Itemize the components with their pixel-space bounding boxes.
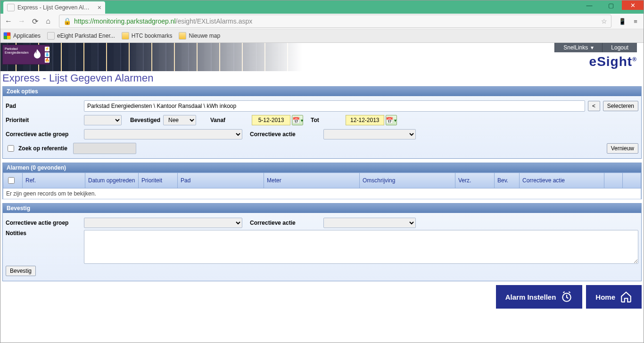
browser-tab[interactable]: Express - Lijst Gegeven Al… × [3, 1, 105, 14]
menu-label: Logout [611, 44, 628, 51]
col-verz[interactable]: Verz. [455, 173, 495, 188]
nav-back-icon[interactable]: ← [3, 16, 14, 26]
confirm-panel: Bevestig Correctieve actie groep Correct… [2, 203, 642, 281]
address-bar[interactable]: 🔒 https://monitoring.parkstadgroep.nl/es… [59, 15, 611, 28]
page-title: Express - Lijst Gegeven Alarmen [2, 72, 644, 84]
search-panel-header: Zoek opties [3, 87, 641, 96]
col-datum[interactable]: Datum opgetreden [85, 173, 139, 188]
bookmark-item[interactable]: HTC bookmarks [122, 32, 173, 40]
corr-group-select[interactable] [84, 129, 242, 139]
chrome-menu-icon[interactable]: ≡ [630, 16, 641, 26]
bookmark-star-icon[interactable]: ☆ [601, 17, 607, 25]
tab-close-icon[interactable]: × [98, 4, 101, 11]
corr-actie-label: Correctieve actie [250, 131, 321, 138]
empty-state: Er zijn geen records om te bekijken. [3, 188, 641, 199]
folder-icon [179, 32, 186, 40]
apps-label: Applicaties [13, 33, 41, 39]
apps-shortcut[interactable]: Applicaties [3, 32, 41, 40]
col-omschrijving[interactable]: Omschrijving [360, 173, 455, 188]
page-favicon [7, 4, 15, 11]
col-ref[interactable]: Ref. [23, 173, 85, 188]
prioriteit-label: Prioriteit [6, 117, 81, 123]
nav-home-icon[interactable]: ⌂ [43, 16, 53, 26]
url-host: https://monitoring.parkstadgroep.nl [74, 17, 176, 25]
nav-reload-icon[interactable]: ⟳ [30, 16, 40, 26]
col-bev[interactable]: Bev. [495, 173, 520, 188]
clock-icon [561, 291, 573, 303]
alarms-table: Ref. Datum opgetreden Prioriteit Pad Met… [3, 172, 641, 188]
bookmarks-bar: Applicaties eEight Parkstad Ener... HTC … [0, 29, 644, 43]
notities-textarea[interactable] [84, 230, 638, 264]
confirm-corr-group-select[interactable] [84, 218, 242, 228]
calendar-icon[interactable]: 📅 [386, 115, 397, 125]
page-content: Parkstad Energiediensten ⚡💧🔥 SnelLinks▾ … [0, 43, 644, 343]
confirm-corr-actie-select[interactable] [323, 218, 416, 228]
nav-forward-icon[interactable]: → [17, 16, 27, 26]
alarms-panel: Alarmen (0 gevonden) Ref. Datum opgetred… [2, 163, 642, 199]
calendar-icon[interactable]: 📅 [292, 115, 303, 125]
menu-label: SnelLinks [563, 44, 588, 51]
confirm-panel-header: Bevestig [3, 204, 641, 213]
button-label: Alarm Instellen [505, 293, 556, 301]
search-panel: Zoek opties Pad < Selecteren Prioriteit … [2, 86, 642, 159]
vanaf-label: Vanaf [210, 117, 225, 123]
site-logo[interactable]: Parkstad Energiediensten ⚡💧🔥 [2, 45, 50, 65]
pad-input[interactable] [84, 100, 585, 112]
alarms-panel-header: Alarmen (0 gevonden) [3, 163, 641, 172]
bevestig-button[interactable]: Bevestig [6, 266, 36, 276]
alarm-instellen-button[interactable]: Alarm Instellen [496, 285, 583, 309]
search-panel-body: Pad < Selecteren Prioriteit Bevestiged N… [3, 96, 641, 158]
col-action1 [604, 173, 623, 188]
pad-select-button[interactable]: Selecteren [603, 101, 638, 111]
zoek-ref-checkbox[interactable] [8, 145, 14, 152]
window-maximize-icon[interactable]: ▢ [600, 0, 622, 10]
tab-title: Express - Lijst Gegeven Al… [17, 4, 90, 11]
col-correctieve[interactable]: Correctieve actie [520, 173, 604, 188]
col-pad[interactable]: Pad [178, 173, 264, 188]
vernieuw-button[interactable]: Vernieuw [607, 143, 638, 154]
site-banner: Parkstad Energiediensten ⚡💧🔥 SnelLinks▾ … [0, 43, 644, 71]
bookmark-item[interactable]: Nieuwe map [179, 32, 220, 40]
brand-reg-icon: ® [632, 56, 637, 63]
select-all-column[interactable] [3, 173, 23, 188]
table-header-row: Ref. Datum opgetreden Prioriteit Pad Met… [3, 173, 641, 188]
bevestigd-select[interactable]: Nee [163, 115, 196, 125]
col-prioriteit[interactable]: Prioriteit [139, 173, 178, 188]
url-path: /esight/EXListAlarms.aspx [176, 17, 253, 25]
brand-name: eSight® [589, 54, 637, 69]
pad-label: Pad [6, 103, 81, 109]
select-all-checkbox[interactable] [8, 177, 15, 184]
chevron-down-icon: ▾ [591, 44, 594, 51]
folder-icon [122, 32, 129, 40]
footer-buttons: Alarm Instellen Home [2, 285, 642, 309]
apps-icon [3, 32, 11, 40]
window-close-icon[interactable]: ✕ [622, 0, 644, 10]
window: Express - Lijst Gegeven Al… × — ▢ ✕ ← → … [0, 0, 644, 343]
tot-label: Tot [311, 117, 319, 123]
corr-group-label: Correctieve actie groep [6, 131, 81, 138]
zoek-ref-label: Zoek op referentie [18, 145, 67, 152]
button-label: Home [595, 293, 615, 301]
corr-actie-select[interactable] [323, 129, 416, 139]
browser-tabstrip: Express - Lijst Gegeven Al… × — ▢ ✕ [0, 0, 644, 14]
logo-flame-icon [31, 45, 44, 64]
top-menu: SnelLinks▾ Logout [554, 43, 637, 52]
lock-icon: 🔒 [63, 17, 71, 25]
col-meter[interactable]: Meter [264, 173, 360, 188]
prioriteit-select[interactable] [84, 115, 122, 125]
pad-back-button[interactable]: < [588, 101, 600, 111]
bookmark-item[interactable]: eEight Parkstad Ener... [47, 32, 115, 40]
tot-date-input[interactable] [346, 115, 384, 125]
bevestigd-label: Bevestiged [130, 117, 160, 123]
vanaf-date-input[interactable] [252, 115, 290, 125]
snel-links-menu[interactable]: SnelLinks▾ [554, 43, 602, 52]
logout-link[interactable]: Logout [602, 43, 637, 52]
confirm-panel-body: Correctieve actie groep Correctieve acti… [3, 213, 641, 281]
extension-icon[interactable]: 📱 [617, 16, 627, 26]
page-icon [47, 32, 55, 40]
home-button[interactable]: Home [586, 285, 642, 309]
home-icon [620, 291, 632, 303]
bookmark-label: Nieuwe map [189, 33, 220, 39]
logo-text: Parkstad Energiediensten [3, 45, 31, 64]
window-minimize-icon[interactable]: — [578, 0, 600, 10]
